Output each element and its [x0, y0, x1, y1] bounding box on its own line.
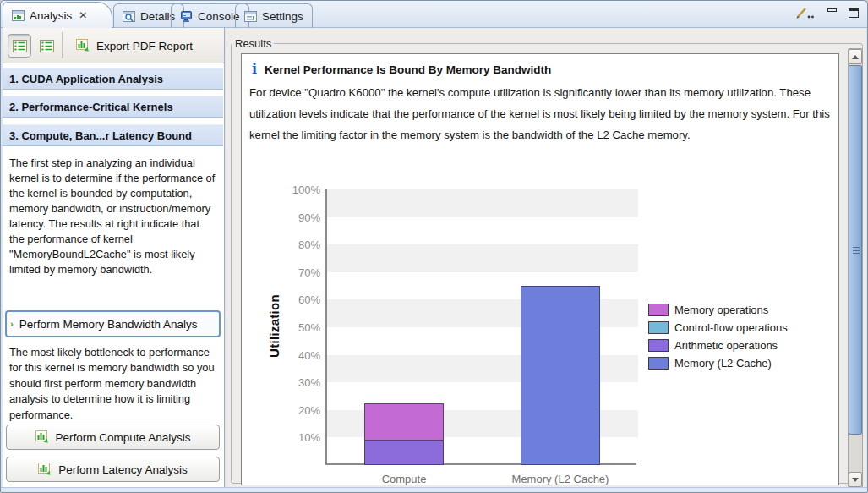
bar-segment-memory-l2-cache-: [521, 286, 600, 465]
bar-segment-arithmetic-operations: [364, 441, 444, 465]
run-analysis-icon: ›: [10, 319, 14, 329]
legend-swatch-icon: [648, 304, 669, 316]
maximize-icon[interactable]: [849, 8, 859, 18]
profiler-window: Analysis ✕ Details Console Settings: [0, 0, 868, 493]
bullet-list-view-toggle[interactable]: [35, 34, 58, 58]
scroll-up-button[interactable]: [849, 49, 862, 64]
tab-settings-label: Settings: [262, 10, 303, 23]
scroll-down-arrow-icon: [852, 478, 859, 482]
tab-analysis-label: Analysis: [30, 9, 72, 22]
y-axis-tick-label: 90%: [276, 211, 320, 224]
step-cuda-application-analysis[interactable]: 1. CUDA Application Analysis: [3, 68, 223, 90]
legend-label: Memory operations: [674, 304, 768, 316]
y-axis-tick-label: 30%: [276, 376, 320, 389]
perform-memory-bandwidth-analysis-button[interactable]: › Perform Memory Bandwidth Analys: [5, 310, 221, 337]
scroll-up-arrow-icon: [852, 55, 859, 59]
y-axis-tick-label: 60%: [276, 293, 320, 306]
minimize-icon[interactable]: [827, 8, 837, 12]
window-controls: [795, 6, 859, 19]
details-tab-icon: [123, 11, 135, 22]
scroll-down-button[interactable]: [849, 472, 862, 487]
compute-analysis-icon: [35, 430, 50, 444]
tab-console-label: Console: [198, 10, 240, 23]
scrollbar-thumb[interactable]: [849, 65, 862, 435]
y-axis-tick-label: 80%: [276, 238, 320, 251]
y-axis-tick-label: 50%: [276, 321, 320, 334]
kernel-analysis-description: The first step in analyzing an individua…: [9, 156, 217, 277]
analysis-tab-icon: [12, 10, 25, 21]
results-panel: Results i Kernel Performance Is Bound By…: [226, 28, 866, 487]
results-vertical-scrollbar[interactable]: [848, 48, 863, 488]
bottleneck-description: The most likely bottleneck to performanc…: [9, 345, 217, 423]
legend-label: Memory (L2 Cache): [674, 357, 772, 370]
y-axis-tick-label: 10%: [276, 431, 320, 444]
perform-latency-analysis-button[interactable]: Perform Latency Analysis: [6, 457, 220, 482]
settings-tab-icon: [244, 11, 257, 22]
legend-swatch-icon: [648, 321, 669, 334]
legend-swatch-icon: [648, 339, 669, 352]
step-3-label: 3. Compute, Ban...r Latency Bound: [9, 129, 192, 142]
utilization-chart: 100%90%80%70%60%50%40%30%20%10%Utilizati…: [242, 54, 838, 485]
y-axis-tick-label: 40%: [276, 349, 320, 362]
y-axis-tick-label: 100%: [276, 184, 320, 196]
bar-segment-memory-operations: [364, 403, 444, 441]
step-performance-critical-kernels[interactable]: 2. Performance-Critical Kernels: [3, 96, 223, 118]
y-axis-title: Utilization: [267, 242, 281, 411]
window-bottom-frame: [1, 487, 867, 492]
toolbar-separator: [62, 32, 63, 58]
step-2-label: 2. Performance-Critical Kernels: [9, 101, 173, 113]
perform-latency-analysis-label: Perform Latency Analysis: [58, 463, 187, 476]
scrollbar-grip-icon: [853, 247, 860, 254]
latency-analysis-icon: [38, 463, 52, 476]
legend-item: Memory (L2 Cache): [648, 357, 772, 370]
x-axis-category-label: Memory (L2 Cache): [512, 473, 609, 485]
y-axis-tick-label: 70%: [276, 266, 320, 279]
results-content: i Kernel Performance Is Bound By Memory …: [241, 53, 839, 485]
tab-close-icon[interactable]: ✕: [79, 9, 87, 21]
customize-pencil-icon[interactable]: [795, 6, 816, 19]
legend-item: Memory operations: [648, 304, 768, 316]
bullet-list-icon: [40, 40, 54, 52]
numbered-list-icon: [13, 40, 27, 52]
legend-item: Control-flow operations: [648, 321, 788, 334]
x-axis-category-label: Compute: [382, 473, 427, 485]
perform-compute-analysis-button[interactable]: Perform Compute Analysis: [6, 425, 220, 450]
analysis-toolbar: Export PDF Report: [3, 28, 224, 63]
legend-item: Arithmetic operations: [648, 339, 778, 352]
step-1-label: 1. CUDA Application Analysis: [9, 73, 163, 85]
legend-label: Control-flow operations: [674, 321, 788, 334]
step-compute-bandwidth-latency-bound[interactable]: 3. Compute, Ban...r Latency Bound: [3, 124, 223, 146]
tab-settings[interactable]: Settings: [235, 3, 313, 28]
y-axis-tick-label: 20%: [276, 404, 320, 417]
export-report-icon: [76, 39, 90, 52]
tab-analysis[interactable]: Analysis ✕: [3, 2, 112, 28]
numbered-list-view-toggle[interactable]: [8, 34, 31, 58]
analysis-panel: Export PDF Report 1. CUDA Application An…: [3, 28, 225, 487]
legend-swatch-icon: [648, 357, 669, 370]
view-tabbar: Analysis ✕ Details Console Settings: [1, 1, 867, 28]
perform-compute-analysis-label: Perform Compute Analysis: [56, 431, 191, 444]
export-pdf-report-button[interactable]: Export PDF Report: [68, 33, 200, 58]
console-tab-icon: [180, 11, 193, 22]
perform-memory-bandwidth-analysis-label: Perform Memory Bandwidth Analys: [19, 318, 198, 331]
results-group-label: Results: [232, 37, 274, 50]
export-pdf-report-label: Export PDF Report: [96, 40, 193, 52]
legend-label: Arithmetic operations: [674, 339, 778, 352]
